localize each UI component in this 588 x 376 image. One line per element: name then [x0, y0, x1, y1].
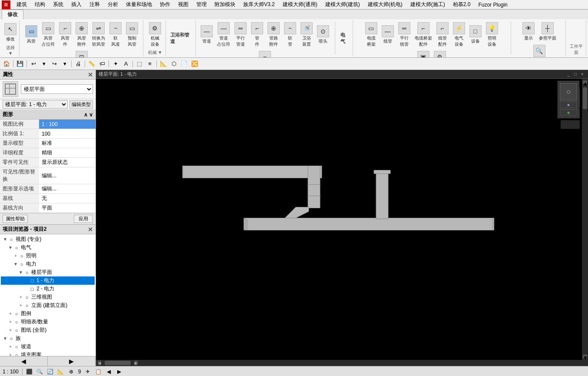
- redo-button[interactable]: ↪: [50, 59, 59, 69]
- undo-dropdown[interactable]: ▾: [39, 59, 49, 69]
- status-icon-6[interactable]: ✈: [84, 368, 91, 375]
- status-icon-7[interactable]: 📋: [95, 368, 102, 375]
- tree-item-ramp[interactable]: + ○ 坡道: [1, 343, 95, 351]
- tree-item-schedules[interactable]: + ○ 明细表/数量: [1, 318, 95, 326]
- edit-type-button[interactable]: 编辑类型: [69, 100, 93, 109]
- scale-value-val[interactable]: 100: [39, 129, 96, 139]
- menu-item-manage[interactable]: 管理: [193, 0, 210, 9]
- convert-flex-duct-button[interactable]: ⇌ 转换为软风管: [90, 21, 107, 49]
- ribbon-group-mechanical-label[interactable]: 机械 ▼: [148, 49, 162, 56]
- project-browser-close-button[interactable]: ✕: [88, 226, 93, 233]
- conduit-button[interactable]: — 线管: [380, 21, 396, 49]
- pipe-button[interactable]: — 管道: [199, 21, 215, 49]
- canvas-scrollbar-horizontal[interactable]: ◀ ▶: [96, 360, 582, 366]
- home-button[interactable]: 🏠: [2, 59, 11, 69]
- scroll-thumb-vertical[interactable]: [583, 87, 587, 109]
- graphic-display-val[interactable]: 编辑...: [39, 184, 96, 194]
- view-cube-face[interactable]: ⬡: [560, 83, 577, 100]
- component-button[interactable]: ▣ 构件: [416, 50, 431, 57]
- status-icon-9[interactable]: ▶: [116, 368, 122, 375]
- menu-item-addins[interactable]: 附加模块: [211, 0, 239, 9]
- grid-button[interactable]: ≡: [145, 59, 155, 69]
- align-button[interactable]: ⬚: [135, 59, 144, 69]
- terminal-button[interactable]: ⊡ 末端: [74, 50, 89, 57]
- panel-nav-prev[interactable]: ◀: [0, 356, 48, 366]
- electrical-equipment-button[interactable]: ⚡ 电气设备: [451, 21, 467, 49]
- tree-item-fill-patterns[interactable]: + ○ 填充图案: [1, 351, 95, 356]
- pipe-placeholder-button[interactable]: — 管道占位符: [215, 21, 232, 49]
- plumbing-fixture-button[interactable]: 🚿 卫浴装置: [299, 21, 314, 49]
- menu-item-bim-constr[interactable]: 建模大师(施工): [407, 0, 449, 9]
- redo-dropdown[interactable]: ▾: [60, 59, 69, 69]
- tree-item-legends[interactable]: + ○ 图例: [1, 309, 95, 318]
- text-button[interactable]: A: [121, 59, 131, 69]
- canvas-minimize-button[interactable]: _: [565, 71, 571, 77]
- tree-item-3d-views[interactable]: + ○ 三维视图: [1, 293, 95, 301]
- scroll-left-arrow[interactable]: ◀: [98, 361, 101, 365]
- tree-item-elevations[interactable]: + ○ 立面 (建筑立面): [1, 301, 95, 309]
- view-scale-value[interactable]: 1 : 100: [39, 120, 96, 129]
- display-model-val[interactable]: 标准: [39, 139, 96, 148]
- tree-item-views[interactable]: ▼ ○ 视图 (专业): [1, 235, 95, 243]
- display-button[interactable]: 👁 显示: [521, 21, 536, 43]
- scroll-up-arrow[interactable]: ▲: [583, 80, 587, 84]
- modify-button[interactable]: ↖ 修改: [3, 21, 18, 44]
- snap-button[interactable]: ✦: [111, 59, 120, 69]
- duct-button[interactable]: ▭ 风管: [23, 21, 39, 49]
- menu-item-view[interactable]: 视图: [175, 0, 192, 9]
- mechanical-equipment-button[interactable]: ⚙ 机械设备: [147, 21, 163, 49]
- menu-item-structure[interactable]: 结构: [31, 0, 49, 9]
- sprinkler-button[interactable]: ⊙ 喷头: [315, 21, 331, 49]
- tree-item-families[interactable]: ▼ ○ 族: [1, 334, 95, 343]
- menu-item-annotate[interactable]: 注释: [86, 0, 103, 9]
- conduit-fitting-button[interactable]: ⌐ 线管配件: [435, 21, 450, 49]
- prefab-duct-button[interactable]: ▭ 预制风管: [124, 21, 140, 49]
- menu-item-collaborate[interactable]: 协作: [156, 0, 174, 9]
- canvas-restore-button[interactable]: □: [572, 71, 578, 77]
- status-icon-8[interactable]: ◀: [105, 368, 112, 375]
- status-icon-2[interactable]: 🔍: [36, 368, 43, 375]
- properties-close-button[interactable]: ✕: [88, 71, 93, 78]
- view-cube[interactable]: ⬡ ● ●: [558, 81, 579, 118]
- device-button[interactable]: □ 设备: [468, 21, 483, 49]
- menu-item-architecture[interactable]: 建筑: [13, 0, 30, 9]
- cable-tray-button[interactable]: ▭ 电缆桥架: [363, 21, 379, 49]
- tree-item-electrical[interactable]: ▼ ○ 电气: [1, 243, 95, 252]
- scroll-thumb-horizontal[interactable]: [105, 361, 131, 365]
- print-button[interactable]: 🖨: [73, 59, 83, 69]
- switch-button[interactable]: 🔀: [190, 59, 199, 69]
- cable-tray-fitting-button[interactable]: ⌐ 电缆桥架配件: [413, 21, 434, 49]
- flex-duct-button[interactable]: ~ 软风道: [108, 21, 123, 49]
- canvas-close-button[interactable]: ×: [579, 71, 585, 77]
- view-cube-nav-2[interactable]: ●: [560, 109, 577, 116]
- tree-item-floor-1-power[interactable]: □ 1 - 电力: [1, 276, 95, 285]
- flex-pipe-button[interactable]: ~ 软管: [282, 21, 298, 49]
- view-cube-nav-1[interactable]: ●: [560, 101, 577, 108]
- tree-item-floor-2-power[interactable]: □ 2 - 电力: [1, 285, 95, 293]
- duct-accessory-button[interactable]: ⊕ 风管附件: [74, 21, 89, 49]
- status-icon-5[interactable]: ⊕: [68, 368, 75, 375]
- menu-item-bim-general[interactable]: 建模大师(通用): [279, 0, 321, 9]
- menu-item-bim-mep[interactable]: 建模大师(机电): [364, 0, 406, 9]
- scroll-right-arrow[interactable]: ▶: [134, 361, 138, 365]
- property-help-button[interactable]: 属性帮助: [3, 215, 28, 223]
- tree-item-power[interactable]: ▼ ○ 电力: [1, 260, 95, 268]
- menu-item-family-library[interactable]: 族库大师V3.2: [240, 0, 278, 9]
- settings-button[interactable]: ⚙ 设置: [432, 50, 448, 57]
- floor-level-select[interactable]: 楼层平面: 1 - 电力: [3, 100, 68, 109]
- menu-item-analyze[interactable]: 分析: [104, 0, 122, 9]
- status-icon-4[interactable]: 📐: [57, 368, 64, 375]
- scroll-down-arrow[interactable]: ▼: [583, 355, 587, 358]
- parallel-conduit-button[interactable]: ═ 平行线管: [396, 21, 412, 49]
- parts-visibility-val[interactable]: 显示原状态: [39, 158, 96, 167]
- canvas-scrollbar-vertical[interactable]: ▲ ▼: [582, 79, 588, 360]
- parallel-pipe-button[interactable]: ═ 平行管道: [233, 21, 248, 49]
- tree-item-sheets[interactable]: + ○ 图纸 (全部): [1, 326, 95, 334]
- tree-item-lighting[interactable]: + ○ 照明: [1, 252, 95, 260]
- detail-button[interactable]: ⬡: [169, 59, 178, 69]
- duct-placeholder-button[interactable]: ▭ 风管占位符: [40, 21, 56, 49]
- tab-modify[interactable]: 修改: [2, 10, 23, 19]
- pipe-fitting-button[interactable]: ⌐ 管件: [249, 21, 265, 49]
- duct-fitting-button[interactable]: ⌐ 风管件: [57, 21, 73, 49]
- underlay-orient-val[interactable]: 平面: [39, 203, 96, 213]
